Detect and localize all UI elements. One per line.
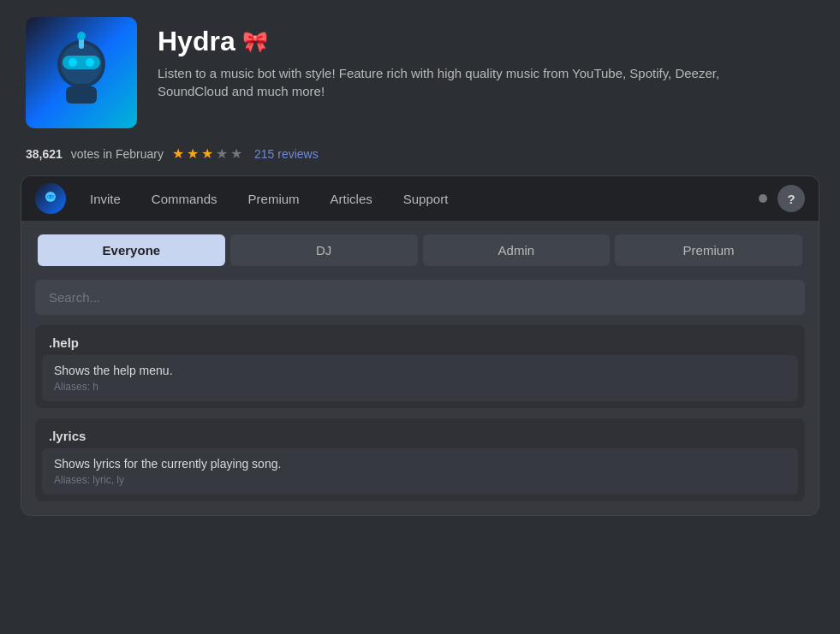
command-description-lyrics: Shows lyrics for the currently playing s… <box>54 457 786 471</box>
svg-point-12 <box>51 196 54 198</box>
nav-item-premium[interactable]: Premium <box>235 185 313 213</box>
star-3: ★ <box>201 145 213 162</box>
filter-tab-dj[interactable]: DJ <box>230 234 418 266</box>
filter-tab-admin[interactable]: Admin <box>423 234 611 266</box>
bot-name-emoji: 🎀 <box>242 30 268 54</box>
filter-tab-premium[interactable]: Premium <box>615 234 802 266</box>
votes-section: 38,621 votes in February ★ ★ ★ ★ ★ 215 r… <box>0 142 840 175</box>
command-name-help: .help <box>35 325 805 355</box>
command-aliases-lyrics: Aliases: lyric, ly <box>54 474 786 486</box>
command-detail-help: Shows the help menu. Aliases: h <box>42 355 798 401</box>
votes-label: votes in February <box>71 147 164 161</box>
nav-item-articles[interactable]: Articles <box>317 185 386 213</box>
filter-tabs: Everyone DJ Admin Premium <box>21 221 819 273</box>
star-4: ★ <box>216 145 228 162</box>
command-aliases-help: Aliases: h <box>54 381 786 393</box>
star-5: ★ <box>230 145 242 162</box>
votes-count: 38,621 <box>26 147 63 161</box>
bot-info: Hydra 🎀 Listen to a music bot with style… <box>158 17 757 100</box>
svg-rect-2 <box>63 56 100 69</box>
svg-rect-8 <box>74 84 88 91</box>
nav-status-dot <box>759 194 767 203</box>
reviews-link[interactable]: 215 reviews <box>254 147 319 161</box>
command-name-lyrics: .lyrics <box>35 418 805 448</box>
command-description-help: Shows the help menu. <box>54 364 786 377</box>
svg-point-3 <box>69 58 77 67</box>
nav-bar: Invite Commands Premium Articles Support… <box>21 176 819 221</box>
command-detail-lyrics: Shows lyrics for the currently playing s… <box>42 448 798 495</box>
bot-description: Listen to a music bot with style! Featur… <box>158 64 757 100</box>
nav-item-commands[interactable]: Commands <box>138 185 231 213</box>
stars-container: ★ ★ ★ ★ ★ <box>172 145 242 162</box>
commands-list: .help Shows the help menu. Aliases: h .l… <box>21 325 819 515</box>
star-1: ★ <box>172 145 184 162</box>
search-input[interactable] <box>35 280 805 315</box>
nav-item-support[interactable]: Support <box>390 185 462 213</box>
command-item-lyrics: .lyrics Shows lyrics for the currently p… <box>35 418 805 501</box>
bot-name: Hydra 🎀 <box>158 26 757 57</box>
nav-item-invite[interactable]: Invite <box>76 185 134 213</box>
reviews-count: 215 <box>254 147 274 161</box>
svg-point-6 <box>77 32 86 40</box>
main-panel: Invite Commands Premium Articles Support… <box>21 175 819 516</box>
bot-name-text: Hydra <box>158 26 235 57</box>
svg-point-11 <box>48 196 51 198</box>
filter-tab-everyone[interactable]: Everyone <box>38 234 225 266</box>
nav-help-button[interactable]: ? <box>777 185 805 212</box>
bot-avatar <box>26 17 137 128</box>
svg-point-4 <box>86 58 94 67</box>
star-2: ★ <box>187 145 199 162</box>
command-item-help: .help Shows the help menu. Aliases: h <box>35 325 805 408</box>
reviews-label: reviews <box>277 147 318 161</box>
nav-bot-icon <box>35 183 66 214</box>
header: Hydra 🎀 Listen to a music bot with style… <box>0 0 840 142</box>
search-container <box>21 273 819 325</box>
